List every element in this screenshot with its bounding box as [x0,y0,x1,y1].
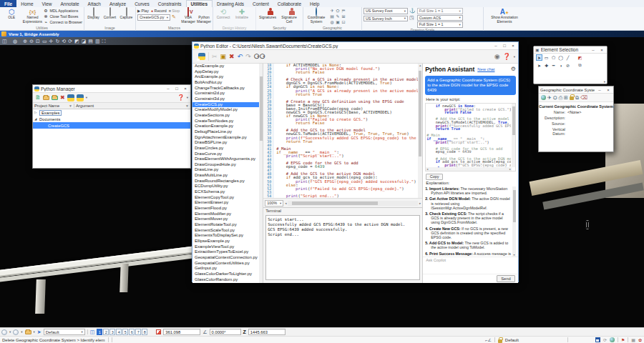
file-item[interactable]: DrawMultiLine.py [192,173,263,179]
ribbon-tab-curves[interactable]: Curves [130,0,154,7]
debug-python-icon[interactable] [77,94,84,101]
view-toggle-2[interactable]: 2 [103,329,109,335]
open-folder-icon[interactable] [43,96,49,100]
notifications-icon[interactable]: ✿ [638,337,642,342]
nav-caret-1[interactable]: ▾ [9,330,11,334]
file-item[interactable]: ElementMover.py [192,217,263,222]
locks-icon[interactable] [498,339,502,343]
file-item[interactable]: DrawRoundRectangles.py [192,179,263,184]
file-item[interactable]: DrawBSPLine.py [192,140,263,146]
code-lines[interactable]: if ACTIVEMODEL is None: print("No active… [273,64,422,198]
show-annotation-elements-button[interactable]: A✦ Show Annotation Elements [487,8,522,24]
file-item[interactable]: Constraint3d.py [192,96,263,102]
debug-caret[interactable]: ▾ [86,96,87,99]
file-item[interactable]: ElementsToDisplaySet.py [192,233,263,239]
macro-script-select[interactable]: CreateGCS.py▾ [137,14,170,21]
clear-selection-button[interactable]: ◩ [577,54,583,61]
ole-button[interactable]: ⬡ OLE [1,8,21,20]
select-new-button[interactable]: ➤ [536,62,542,69]
nav-circle-2[interactable] [13,329,19,335]
acs-lock-icon[interactable]: ⚓ [409,8,416,14]
ribbon-tab-utilities[interactable]: Utilities [186,0,213,7]
utilities-item[interactable]: ⚙MDL Applications [43,8,82,13]
file-item[interactable]: DrawLine.py [192,167,263,173]
model-select[interactable]: Default▾ [44,329,85,335]
file-item[interactable]: EllipseExample.py [192,239,263,244]
from-placemark-icon[interactable]: ✈ [547,95,552,101]
image-capture-button[interactable]: Capture [119,8,134,20]
select-line-button[interactable]: ╱ [565,54,571,61]
file-item[interactable]: AcsExample.py [192,64,263,69]
save-status-icon[interactable] [595,337,600,342]
horizontal-scrollbar[interactable] [288,201,417,206]
view-toggle-5[interactable]: 5 [122,329,128,335]
select-add-button[interactable]: ✚ [543,62,550,69]
maximize-button[interactable]: □ [173,86,180,92]
angle-field[interactable]: 0.0000° [210,329,241,335]
scale-select-2[interactable]: Full Size 1 = 1▾ [417,21,463,28]
file-item[interactable]: DrawGroupedHole.py [192,162,263,168]
sync-icon[interactable]: ⟳ [603,337,607,342]
coordinate-x-field[interactable]: 361.098 [163,329,200,335]
edit-macro-icon[interactable]: ✎ [172,14,176,20]
tree-item-documents[interactable]: ◢Documents [33,116,190,122]
image-convert-button[interactable]: Convert [102,8,117,20]
ribbon-tab-collaborate[interactable]: Collaborate [273,0,306,7]
file-item[interactable]: ElementRotateTool.py [192,222,263,228]
scroll-right-arrow[interactable]: ▸ [419,202,421,205]
select-subtract-button[interactable]: ━ [550,62,557,69]
help-caret[interactable]: ▾ [187,96,188,99]
minimize-button[interactable]: – [590,46,597,53]
select-individual-button[interactable]: ➤ [536,54,542,61]
ribbon-tab-drawing-aids[interactable]: Drawing Aids [213,0,248,7]
design-history-connect-button[interactable]: ⟲ Connect [215,8,232,20]
delete-icon[interactable]: ⌫ [580,95,587,101]
gear-icon[interactable]: ⚙ [511,66,516,72]
view-toggle-4[interactable]: 4 [116,329,122,335]
file-item[interactable]: ECDumpUtility.py [192,184,263,189]
python-manager-button[interactable]: Python Manager [197,8,211,24]
zoom-select[interactable]: 100%▾ [265,200,283,207]
scroll-left-arrow[interactable]: ◂ [285,202,286,205]
file-item[interactable]: BoltAndNut.py [192,80,263,86]
close-button[interactable]: × [509,43,517,49]
assistant-code-vscrollbar[interactable] [512,104,515,167]
code-editor[interactable]: 1819202122232425262728293031323334353637… [263,64,422,198]
models-caret[interactable]: ▾ [34,330,35,334]
python-editor-title-bar[interactable]: Python Editor - C:\Users\Nilesh.Sawant\D… [192,42,518,50]
file-item[interactable]: CreateTextNodes.py [192,119,263,124]
delete-icon[interactable]: ✖ [229,53,235,60]
expand-caret[interactable]: ▾ [604,80,605,84]
select-none-button[interactable]: ⊘ [565,62,571,69]
find-icon[interactable]: ⚆⚆ [254,53,265,60]
file-item[interactable]: GlassColorDarkerToLighter.py [192,272,263,277]
minimize-button[interactable]: – [492,43,499,49]
file-item[interactable]: ExtractItemTypesToExcel.py [192,249,263,255]
ribbon-tab-analyze[interactable]: Analyze [105,0,130,7]
run-python-icon[interactable] [67,94,74,101]
unit-select-2[interactable]: US Survey Inch▾ [364,16,408,22]
design-history-initialize-button[interactable]: ✚ Initialize [233,8,250,20]
vba-manager-button[interactable]: VBA Manager [181,8,195,24]
stop-button[interactable]: ■ Stop [169,9,180,13]
file-item[interactable]: ElementModifier.py [192,212,263,217]
file-item[interactable]: DrawCurve.py [192,151,263,157]
lock-icon[interactable] [570,96,574,100]
select-invert-button[interactable]: ◑ [557,62,564,69]
file-item[interactable]: GeospatialContextUtilities.py [192,261,263,267]
details-icon[interactable]: ⊞ [564,95,568,101]
minimize-button[interactable]: – [165,86,172,92]
named-expressions-button[interactable]: {x} Named Expressions [23,8,42,24]
gcs-title-bar[interactable]: Geographic Coordinate System – × [539,86,613,94]
file-item[interactable]: ElementCopyTool.py [192,195,263,201]
file-item[interactable]: DgnAttachmentExample.py [192,135,263,141]
select-shape-button[interactable]: ⬠ [550,54,557,61]
file-item[interactable]: GlassColorRandom.py [192,277,263,283]
paste-icon[interactable]: ▣ [220,53,227,60]
ribbon-tab-attach[interactable]: Attach [84,0,105,7]
send-button[interactable]: Send [497,275,515,282]
minimize-button[interactable]: – [596,86,603,93]
view-toggle-6[interactable]: 6 [129,329,135,335]
filter-icon[interactable]: ▼ [69,104,72,108]
file-item[interactable]: CreateSections.py [192,113,263,119]
